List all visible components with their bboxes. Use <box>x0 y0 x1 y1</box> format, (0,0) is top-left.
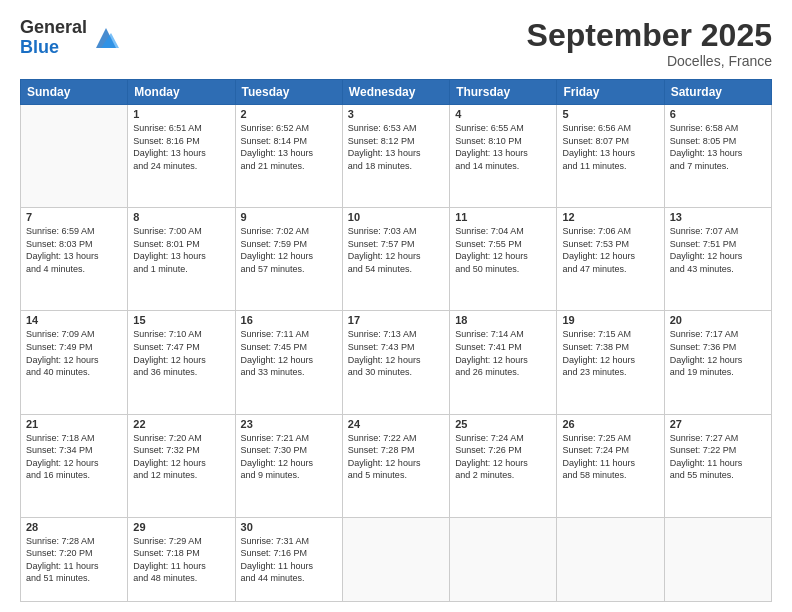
calendar-cell: 30Sunrise: 7:31 AMSunset: 7:16 PMDayligh… <box>235 517 342 601</box>
day-number: 10 <box>348 211 444 223</box>
calendar-cell: 9Sunrise: 7:02 AMSunset: 7:59 PMDaylight… <box>235 208 342 311</box>
day-info: Sunrise: 7:24 AMSunset: 7:26 PMDaylight:… <box>455 432 551 482</box>
day-info: Sunrise: 7:00 AMSunset: 8:01 PMDaylight:… <box>133 225 229 275</box>
day-info: Sunrise: 7:03 AMSunset: 7:57 PMDaylight:… <box>348 225 444 275</box>
weekday-sunday: Sunday <box>21 80 128 105</box>
day-number: 7 <box>26 211 122 223</box>
calendar-cell: 29Sunrise: 7:29 AMSunset: 7:18 PMDayligh… <box>128 517 235 601</box>
calendar-cell: 14Sunrise: 7:09 AMSunset: 7:49 PMDayligh… <box>21 311 128 414</box>
calendar-cell: 4Sunrise: 6:55 AMSunset: 8:10 PMDaylight… <box>450 105 557 208</box>
day-info: Sunrise: 6:53 AMSunset: 8:12 PMDaylight:… <box>348 122 444 172</box>
calendar-cell <box>557 517 664 601</box>
day-info: Sunrise: 6:56 AMSunset: 8:07 PMDaylight:… <box>562 122 658 172</box>
calendar-cell: 22Sunrise: 7:20 AMSunset: 7:32 PMDayligh… <box>128 414 235 517</box>
logo-blue: Blue <box>20 38 87 58</box>
calendar-cell: 23Sunrise: 7:21 AMSunset: 7:30 PMDayligh… <box>235 414 342 517</box>
day-number: 16 <box>241 314 337 326</box>
calendar-cell: 3Sunrise: 6:53 AMSunset: 8:12 PMDaylight… <box>342 105 449 208</box>
week-row-1: 1Sunrise: 6:51 AMSunset: 8:16 PMDaylight… <box>21 105 772 208</box>
calendar-cell: 28Sunrise: 7:28 AMSunset: 7:20 PMDayligh… <box>21 517 128 601</box>
calendar-cell: 6Sunrise: 6:58 AMSunset: 8:05 PMDaylight… <box>664 105 771 208</box>
weekday-saturday: Saturday <box>664 80 771 105</box>
day-info: Sunrise: 6:58 AMSunset: 8:05 PMDaylight:… <box>670 122 766 172</box>
calendar-cell: 17Sunrise: 7:13 AMSunset: 7:43 PMDayligh… <box>342 311 449 414</box>
day-info: Sunrise: 7:11 AMSunset: 7:45 PMDaylight:… <box>241 328 337 378</box>
calendar-cell <box>342 517 449 601</box>
logo-icon <box>91 23 121 53</box>
day-info: Sunrise: 7:06 AMSunset: 7:53 PMDaylight:… <box>562 225 658 275</box>
weekday-tuesday: Tuesday <box>235 80 342 105</box>
day-number: 20 <box>670 314 766 326</box>
calendar-cell: 1Sunrise: 6:51 AMSunset: 8:16 PMDaylight… <box>128 105 235 208</box>
day-number: 12 <box>562 211 658 223</box>
day-number: 9 <box>241 211 337 223</box>
calendar-cell: 16Sunrise: 7:11 AMSunset: 7:45 PMDayligh… <box>235 311 342 414</box>
calendar-cell: 10Sunrise: 7:03 AMSunset: 7:57 PMDayligh… <box>342 208 449 311</box>
calendar-cell: 13Sunrise: 7:07 AMSunset: 7:51 PMDayligh… <box>664 208 771 311</box>
calendar-cell: 25Sunrise: 7:24 AMSunset: 7:26 PMDayligh… <box>450 414 557 517</box>
week-row-2: 7Sunrise: 6:59 AMSunset: 8:03 PMDaylight… <box>21 208 772 311</box>
logo-general: General <box>20 18 87 38</box>
day-number: 21 <box>26 418 122 430</box>
day-info: Sunrise: 7:02 AMSunset: 7:59 PMDaylight:… <box>241 225 337 275</box>
day-number: 3 <box>348 108 444 120</box>
day-number: 23 <box>241 418 337 430</box>
calendar-cell: 26Sunrise: 7:25 AMSunset: 7:24 PMDayligh… <box>557 414 664 517</box>
day-info: Sunrise: 7:14 AMSunset: 7:41 PMDaylight:… <box>455 328 551 378</box>
day-info: Sunrise: 7:22 AMSunset: 7:28 PMDaylight:… <box>348 432 444 482</box>
calendar-cell: 24Sunrise: 7:22 AMSunset: 7:28 PMDayligh… <box>342 414 449 517</box>
day-info: Sunrise: 6:51 AMSunset: 8:16 PMDaylight:… <box>133 122 229 172</box>
day-number: 2 <box>241 108 337 120</box>
day-info: Sunrise: 6:59 AMSunset: 8:03 PMDaylight:… <box>26 225 122 275</box>
day-number: 17 <box>348 314 444 326</box>
calendar-cell <box>664 517 771 601</box>
day-number: 24 <box>348 418 444 430</box>
calendar-cell: 8Sunrise: 7:00 AMSunset: 8:01 PMDaylight… <box>128 208 235 311</box>
day-info: Sunrise: 6:55 AMSunset: 8:10 PMDaylight:… <box>455 122 551 172</box>
title-section: September 2025 Docelles, France <box>527 18 772 69</box>
logo: General Blue <box>20 18 121 58</box>
day-info: Sunrise: 7:13 AMSunset: 7:43 PMDaylight:… <box>348 328 444 378</box>
weekday-wednesday: Wednesday <box>342 80 449 105</box>
calendar-cell: 27Sunrise: 7:27 AMSunset: 7:22 PMDayligh… <box>664 414 771 517</box>
day-number: 6 <box>670 108 766 120</box>
day-number: 25 <box>455 418 551 430</box>
day-info: Sunrise: 7:21 AMSunset: 7:30 PMDaylight:… <box>241 432 337 482</box>
day-info: Sunrise: 7:25 AMSunset: 7:24 PMDaylight:… <box>562 432 658 482</box>
day-info: Sunrise: 7:27 AMSunset: 7:22 PMDaylight:… <box>670 432 766 482</box>
calendar-cell: 2Sunrise: 6:52 AMSunset: 8:14 PMDaylight… <box>235 105 342 208</box>
day-number: 19 <box>562 314 658 326</box>
day-info: Sunrise: 7:31 AMSunset: 7:16 PMDaylight:… <box>241 535 337 585</box>
weekday-thursday: Thursday <box>450 80 557 105</box>
day-number: 30 <box>241 521 337 533</box>
day-number: 29 <box>133 521 229 533</box>
day-number: 4 <box>455 108 551 120</box>
day-number: 5 <box>562 108 658 120</box>
week-row-3: 14Sunrise: 7:09 AMSunset: 7:49 PMDayligh… <box>21 311 772 414</box>
calendar-cell <box>450 517 557 601</box>
day-info: Sunrise: 7:17 AMSunset: 7:36 PMDaylight:… <box>670 328 766 378</box>
calendar-cell: 19Sunrise: 7:15 AMSunset: 7:38 PMDayligh… <box>557 311 664 414</box>
calendar-cell: 5Sunrise: 6:56 AMSunset: 8:07 PMDaylight… <box>557 105 664 208</box>
calendar-cell: 11Sunrise: 7:04 AMSunset: 7:55 PMDayligh… <box>450 208 557 311</box>
month-title: September 2025 <box>527 18 772 53</box>
day-info: Sunrise: 7:09 AMSunset: 7:49 PMDaylight:… <box>26 328 122 378</box>
calendar-cell: 12Sunrise: 7:06 AMSunset: 7:53 PMDayligh… <box>557 208 664 311</box>
day-info: Sunrise: 7:18 AMSunset: 7:34 PMDaylight:… <box>26 432 122 482</box>
day-info: Sunrise: 7:20 AMSunset: 7:32 PMDaylight:… <box>133 432 229 482</box>
day-number: 11 <box>455 211 551 223</box>
calendar-cell: 21Sunrise: 7:18 AMSunset: 7:34 PMDayligh… <box>21 414 128 517</box>
calendar-cell: 7Sunrise: 6:59 AMSunset: 8:03 PMDaylight… <box>21 208 128 311</box>
day-number: 13 <box>670 211 766 223</box>
weekday-monday: Monday <box>128 80 235 105</box>
calendar-cell: 15Sunrise: 7:10 AMSunset: 7:47 PMDayligh… <box>128 311 235 414</box>
weekday-header-row: SundayMondayTuesdayWednesdayThursdayFrid… <box>21 80 772 105</box>
day-number: 1 <box>133 108 229 120</box>
day-number: 28 <box>26 521 122 533</box>
day-info: Sunrise: 6:52 AMSunset: 8:14 PMDaylight:… <box>241 122 337 172</box>
calendar-cell <box>21 105 128 208</box>
week-row-5: 28Sunrise: 7:28 AMSunset: 7:20 PMDayligh… <box>21 517 772 601</box>
day-number: 14 <box>26 314 122 326</box>
weekday-friday: Friday <box>557 80 664 105</box>
day-number: 8 <box>133 211 229 223</box>
